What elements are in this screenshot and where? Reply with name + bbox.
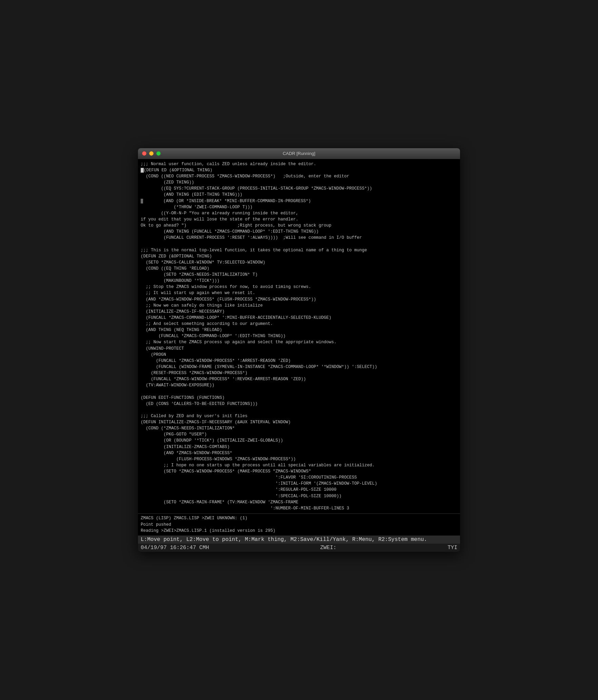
keybindings-bar: L:Move point, L2:Move to point, M:Mark t…	[138, 536, 460, 544]
keybindings-text: L:Move point, L2:Move to point, M:Mark t…	[141, 537, 427, 543]
code-editor[interactable]: ;;; Normal user function, calls ZED unle…	[138, 159, 460, 513]
traffic-lights	[142, 151, 161, 156]
maximize-button[interactable]	[156, 151, 161, 156]
status-line-1: ZMACS (LISP) ZMACS.LISP >ZWEI UNKNOWN: (…	[141, 515, 457, 522]
status-line-2: Point pushed	[141, 522, 457, 528]
status-bar: ZMACS (LISP) ZMACS.LISP >ZWEI UNKNOWN: (…	[138, 513, 460, 536]
close-button[interactable]	[142, 151, 146, 156]
titlebar: CADR [Running]	[138, 148, 460, 159]
minimize-button[interactable]	[149, 151, 154, 156]
status-line-3: Reading >ZWEI>ZMACS.LISP.1 (installed ve…	[141, 528, 457, 534]
info-bar: 04/19/97 16:26:47 CMH ZWEI: TYI	[138, 544, 460, 552]
datetime-label: 04/19/97 16:26:47 CMH	[141, 545, 209, 551]
window-title: CADR [Running]	[283, 151, 315, 156]
mode-label: ZWEI:	[320, 545, 336, 551]
terminal-label: TYI	[447, 545, 457, 551]
application-window: CADR [Running] ;;; Normal user function,…	[138, 148, 460, 552]
